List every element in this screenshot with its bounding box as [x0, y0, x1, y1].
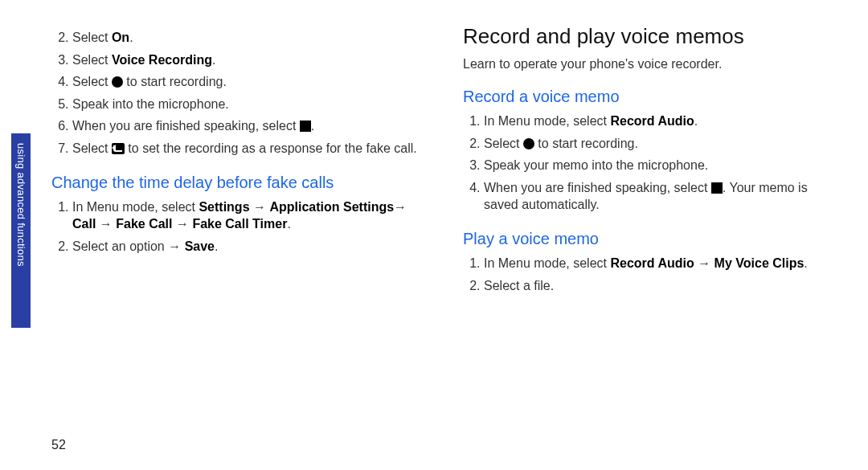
bold-text: Record Audio [610, 114, 694, 128]
stop-icon [711, 182, 723, 194]
page-number: 52 [51, 438, 66, 452]
heading-record-play: Record and play voice memos [463, 24, 836, 49]
bold-text: Fake Call Timer [192, 217, 287, 231]
right-steps-2: In Menu mode, select Record Audio → My V… [463, 255, 836, 294]
step-item: Select to start recording. [484, 135, 836, 153]
bold-text: Settings [199, 200, 249, 214]
step-item: In Menu mode, select Settings → Applicat… [72, 198, 424, 233]
heading-record-memo: Record a voice memo [463, 88, 836, 106]
step-item: Select to set the recording as a respons… [72, 140, 424, 157]
step-item: In Menu mode, select Record Audio. [484, 112, 836, 130]
step-item: Speak your memo into the microphone. [484, 157, 836, 174]
bold-text: My Voice Clips [714, 256, 805, 270]
record-icon [112, 76, 123, 88]
return-icon [112, 143, 125, 154]
step-item: Select Voice Recording. [72, 51, 424, 69]
heading-play-memo: Play a voice memo [463, 230, 836, 248]
intro-text: Learn to operate your phone's voice reco… [463, 57, 836, 72]
bold-text: Fake Call [116, 217, 172, 231]
step-item: When you are finished speaking, select .… [484, 179, 836, 214]
bold-text: Save [185, 239, 215, 253]
step-item: When you are finished speaking, select . [72, 117, 424, 135]
bold-text: On [112, 31, 129, 44]
record-icon [523, 138, 534, 149]
heading-change-delay: Change the time delay before fake calls [51, 174, 424, 192]
step-item: Speak into the microphone. [72, 96, 424, 113]
bold-text: Application Settings [269, 200, 394, 214]
step-item: Select an option → Save. [72, 238, 424, 255]
step-item: Select to start recording. [72, 73, 424, 91]
right-steps-1: In Menu mode, select Record Audio.Select… [463, 112, 836, 214]
bold-text: Voice Recording [112, 53, 212, 67]
left-steps-1: Select On.Select Voice Recording.Select … [51, 29, 424, 157]
step-item: Select On. [72, 29, 424, 47]
stop-icon [300, 121, 311, 132]
step-item: Select a file. [484, 277, 836, 295]
left-column: Select On.Select Voice Recording.Select … [51, 24, 424, 446]
bold-text: Record Audio [610, 256, 694, 270]
bold-text: Call [72, 217, 96, 231]
left-steps-2: In Menu mode, select Settings → Applicat… [51, 198, 424, 255]
side-tab: using advanced functions [11, 133, 31, 328]
page-content: Select On.Select Voice Recording.Select … [51, 24, 836, 446]
right-column: Record and play voice memos Learn to ope… [463, 24, 836, 446]
step-item: In Menu mode, select Record Audio → My V… [484, 255, 836, 272]
